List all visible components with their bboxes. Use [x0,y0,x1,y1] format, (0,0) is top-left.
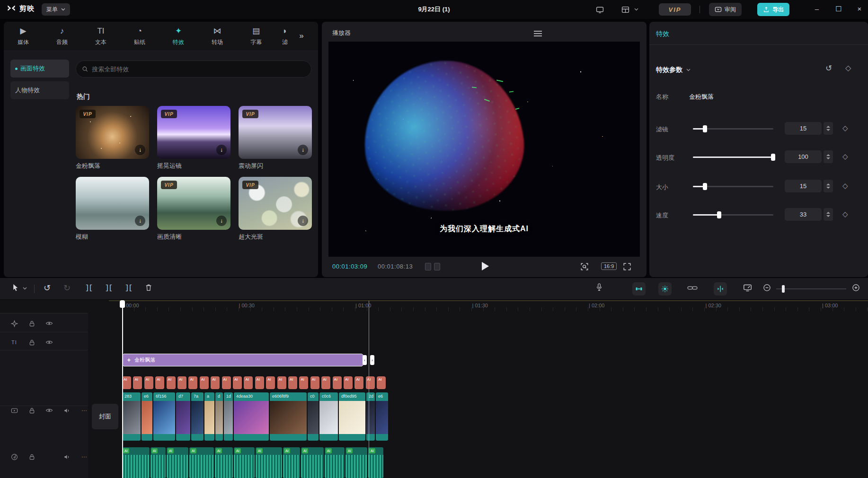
text-clip[interactable]: AI [299,376,308,389]
stepper-up-icon[interactable] [826,183,830,185]
keyframe-icon[interactable]: ◇ [842,182,848,190]
effect-card[interactable]: VIP↓超大光斑 [239,177,312,241]
audio-clip[interactable]: AI [301,447,324,478]
playhead-line[interactable] [122,301,123,478]
zoom-out-icon[interactable] [763,284,771,292]
text-clip[interactable]: AI [211,376,220,389]
param-slider[interactable] [693,214,773,216]
minimize-button[interactable]: – [811,5,823,13]
clip-trim-handle-left[interactable]: ‹ [363,355,367,365]
text-clip[interactable]: AI [333,376,342,389]
layout-switch-icon[interactable] [620,4,630,15]
video-clip[interactable]: d7 [176,392,190,441]
effect-params-section-title[interactable]: 特效参数 [656,66,691,74]
tab-特效[interactable]: ✦特效 [159,22,198,50]
timeline-zoom-handle[interactable] [782,285,785,293]
text-clip[interactable]: AI [188,376,197,389]
lock-icon[interactable] [28,339,35,346]
tab-音频[interactable]: ♪音频 [43,22,81,50]
text-clip[interactable]: AI [155,376,164,389]
hide-track-icon[interactable] [45,339,53,346]
tab-文本[interactable]: TI文本 [81,22,120,50]
param-stepper[interactable] [824,208,833,221]
audio-clip[interactable]: AI [167,447,188,478]
audio-clip[interactable]: AI [151,447,166,478]
close-button[interactable]: × [854,5,865,13]
inspector-tab-effects[interactable]: 特效 [656,30,669,38]
stepper-down-icon[interactable] [826,129,830,131]
param-slider[interactable] [693,128,773,130]
timeline-zoom-slider[interactable] [776,288,846,289]
text-clip[interactable]: AI [344,376,353,389]
text-clip[interactable]: AI [288,376,297,389]
effect-card[interactable]: VIP↓摇晃运镜 [157,106,230,170]
param-slider-handle[interactable] [771,154,775,161]
stepper-down-icon[interactable] [826,215,830,217]
delete-icon[interactable] [145,284,152,292]
play-button[interactable] [482,262,489,270]
stepper-up-icon[interactable] [826,126,830,128]
param-stepper[interactable] [824,150,833,163]
param-value-input[interactable]: 33 [785,208,822,221]
text-clip[interactable]: AI [133,376,142,389]
aspect-ratio-button[interactable]: 16:9 [601,262,617,270]
param-value-input[interactable]: 15 [785,180,822,192]
auto-snap-icon[interactable] [658,282,672,295]
split-icon[interactable]: ][ [85,284,92,292]
effect-card[interactable]: VIP↓金粉飘落 [76,106,149,170]
download-icon[interactable]: ↓ [298,145,308,155]
effect-card[interactable]: VIP↓震动屏闪 [239,106,312,170]
param-stepper[interactable] [824,180,833,192]
lock-icon[interactable] [28,453,35,461]
undo-icon[interactable]: ↺ [44,283,51,293]
video-clip[interactable]: c0 [308,392,319,441]
sidebar-item-画面特效[interactable]: 画面特效 [10,60,69,78]
video-clip[interactable]: e6 [142,392,152,441]
param-slider-handle[interactable] [717,211,721,218]
sidebar-item-人物特效[interactable]: 人物特效 [10,81,69,99]
tab-字幕[interactable]: ▤字幕 [237,22,275,50]
reset-params-icon[interactable]: ↺ [825,63,832,73]
frame-forward-icon[interactable] [434,263,440,270]
clip-trim-handle-right[interactable]: › [370,355,374,365]
video-clip[interactable]: 7a [191,392,204,441]
text-clip[interactable]: AI [167,376,176,389]
video-clip[interactable]: 6f156 [153,392,175,441]
adjust-layout-icon[interactable] [743,283,752,292]
audio-clip[interactable]: AI [345,447,367,478]
effect-card[interactable]: ↓模糊 [76,177,149,241]
maximize-button[interactable]: ☐ [833,5,844,13]
text-clip[interactable]: AI [310,376,319,389]
player-menu-icon[interactable] [534,31,542,38]
video-clip[interactable]: c0c6 [319,392,338,441]
keyframe-icon[interactable]: ◇ [842,152,848,161]
more-options-icon[interactable]: ··· [80,453,88,461]
redo-icon[interactable]: ↻ [63,283,71,293]
mute-track-icon[interactable] [63,407,71,414]
download-icon[interactable]: ↓ [216,216,227,226]
hide-track-icon[interactable] [45,320,53,327]
stepper-down-icon[interactable] [826,157,830,159]
search-input[interactable] [92,66,305,73]
param-slider-handle[interactable] [703,125,707,132]
download-icon[interactable]: ↓ [135,145,145,155]
video-clip[interactable]: d [215,392,223,441]
text-clip[interactable]: AI [354,376,363,389]
param-slider-handle[interactable] [703,183,707,190]
audio-clip[interactable]: AI [122,447,150,478]
audio-clip[interactable]: AI [215,447,233,478]
video-clip[interactable]: 4deaa30 [234,392,269,441]
preview-quality-icon[interactable] [580,262,589,271]
fullscreen-icon[interactable] [623,262,631,271]
download-icon[interactable]: ↓ [135,216,145,226]
zoom-in-icon[interactable] [852,284,860,292]
main-track-magnet-icon[interactable] [632,282,646,295]
trim-right-icon[interactable]: ][ [125,284,132,292]
keyframe-icon[interactable]: ◇ [842,124,848,132]
tab-转场[interactable]: ⋈转场 [198,22,237,50]
stepper-down-icon[interactable] [826,187,830,189]
text-clip[interactable]: AI [377,376,386,389]
audio-clip[interactable]: AI [325,447,345,478]
audio-clip[interactable]: AI [283,447,300,478]
video-clip[interactable]: 2d [366,392,375,441]
